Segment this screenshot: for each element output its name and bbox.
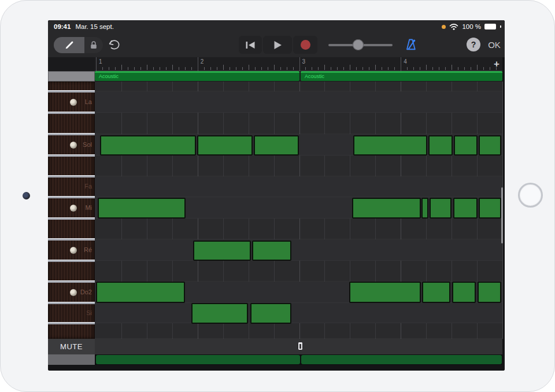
- note-mi[interactable]: [98, 198, 186, 219]
- note-mi[interactable]: [421, 198, 428, 219]
- home-button[interactable]: [518, 183, 543, 208]
- note-sol[interactable]: [197, 135, 253, 156]
- note-do2[interactable]: [422, 282, 450, 303]
- ruler-tick: [483, 67, 484, 70]
- ruler-tick: [420, 67, 420, 70]
- fret-line: [48, 217, 95, 220]
- note-sol[interactable]: [454, 135, 478, 156]
- ruler-tick: [115, 67, 116, 70]
- record-button[interactable]: [293, 36, 317, 54]
- note-mi[interactable]: [479, 198, 501, 219]
- garageband-editor: 09:41 Mar. 15 sept. 100 %: [48, 20, 505, 371]
- ruler-tick: [172, 65, 173, 70]
- play-button[interactable]: [263, 36, 292, 54]
- note-ré[interactable]: [252, 241, 291, 261]
- note-si[interactable]: [250, 303, 291, 324]
- ruler-tick: [185, 67, 186, 70]
- ruler-tick: [287, 67, 287, 70]
- clock: 09:41: [54, 23, 71, 30]
- note-sol[interactable]: [353, 135, 427, 156]
- ruler-tick: [204, 67, 205, 70]
- battery-tip: [500, 25, 501, 28]
- battery-percentage: 100 %: [462, 23, 481, 30]
- grid-row: [95, 113, 502, 134]
- ruler-tick: [109, 67, 109, 70]
- ok-button[interactable]: OK: [483, 38, 505, 51]
- battery-icon: [484, 24, 496, 29]
- undo-icon: [107, 39, 121, 51]
- status-bar-right: 100 %: [442, 20, 501, 33]
- ruler-tick: [128, 67, 128, 70]
- ruler-tick: [255, 67, 256, 70]
- wifi-icon: [449, 23, 458, 30]
- note-mi[interactable]: [352, 198, 421, 219]
- help-button[interactable]: ?: [467, 38, 480, 51]
- ruler-tick: [375, 65, 376, 70]
- ruler-tick: [121, 65, 122, 70]
- pencil-icon: [64, 39, 75, 51]
- pencil-tool-button[interactable]: [54, 37, 84, 53]
- grid-row-la: [95, 91, 502, 113]
- undo-button[interactable]: [106, 38, 121, 52]
- ruler-corner: [48, 57, 95, 71]
- overview-region-1[interactable]: [96, 355, 300, 364]
- ruler-tick: [356, 67, 357, 70]
- metronome-icon: [404, 38, 418, 51]
- rewind-button[interactable]: [239, 36, 262, 54]
- ruler-tick: [230, 67, 230, 70]
- ruler-tick: [369, 67, 369, 70]
- grid-row: [95, 82, 502, 91]
- ruler-tick: [394, 67, 395, 70]
- mic-indicator-icon: [442, 25, 446, 29]
- note-sol[interactable]: [428, 135, 453, 156]
- ruler-tick: [191, 67, 192, 70]
- edit-mode-toggle[interactable]: [54, 37, 103, 53]
- note-mi[interactable]: [430, 198, 452, 219]
- ruler-tick: [324, 65, 325, 70]
- fret-line: [48, 238, 95, 241]
- region-acoustic-1[interactable]: Acoustic: [95, 71, 299, 81]
- ruler-tick: [312, 67, 312, 70]
- note-mi[interactable]: [453, 198, 478, 219]
- note-ré[interactable]: [193, 241, 251, 261]
- front-camera: [23, 192, 30, 199]
- fret-line: [48, 260, 95, 262]
- fret-line: [48, 322, 95, 324]
- volume-slider-knob[interactable]: [353, 39, 364, 50]
- lock-tool-button[interactable]: [84, 37, 103, 53]
- overview-region-2[interactable]: [301, 355, 502, 364]
- note-do2[interactable]: [478, 282, 501, 303]
- ruler-tick: [242, 67, 243, 70]
- fret-label-fa: Fa: [48, 183, 92, 190]
- grid-row-si: [95, 303, 502, 323]
- note-si[interactable]: [191, 303, 248, 324]
- metronome-button[interactable]: [404, 38, 418, 51]
- record-icon: [301, 40, 310, 50]
- fret-line: [48, 302, 95, 304]
- region-boundary-handle[interactable]: [298, 342, 303, 350]
- note-do2[interactable]: [96, 282, 185, 303]
- ruler-tick: [407, 67, 408, 70]
- ruler-tick: [210, 67, 211, 70]
- note-do2[interactable]: [349, 282, 421, 303]
- ruler-tick: [261, 67, 262, 70]
- ruler-tick: [147, 65, 147, 70]
- ruler-tick: [134, 67, 135, 70]
- ruler-tick: [153, 67, 154, 70]
- note-sol[interactable]: [100, 135, 196, 156]
- ruler-tick: [471, 67, 471, 70]
- fret-label-do2: Do2: [48, 289, 92, 295]
- ruler-tick: [160, 67, 160, 70]
- fret-label-la: La: [48, 98, 92, 105]
- ruler-tick: [413, 67, 414, 70]
- ruler-tick: [362, 67, 363, 70]
- fret-label-mi: Mi: [48, 204, 92, 211]
- note-sol[interactable]: [254, 135, 299, 156]
- mute-button[interactable]: MUTE: [48, 339, 95, 354]
- note-do2[interactable]: [452, 282, 476, 303]
- vertical-scrollbar[interactable]: [501, 187, 503, 243]
- region-acoustic-2[interactable]: Acoustic: [301, 71, 502, 81]
- note-sol[interactable]: [479, 135, 501, 156]
- fret-line: [48, 112, 95, 114]
- ipad-frame: 09:41 Mar. 15 sept. 100 %: [0, 0, 555, 392]
